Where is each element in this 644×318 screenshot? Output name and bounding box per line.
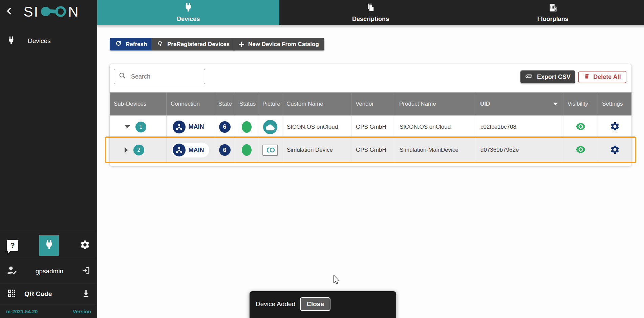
visibility-toggle-button[interactable] bbox=[576, 146, 585, 154]
eye-icon bbox=[576, 146, 585, 154]
column-header-status[interactable]: Status bbox=[235, 92, 258, 115]
sub-device-count-badge: 1 bbox=[135, 122, 146, 132]
uid-cell: c02fce1bc708 bbox=[476, 115, 563, 138]
column-header-custom-name[interactable]: Custom Name bbox=[282, 92, 351, 115]
version-label: Version bbox=[73, 309, 91, 314]
refresh-button[interactable]: Refresh bbox=[110, 38, 152, 50]
device-hub-icon bbox=[173, 121, 186, 133]
chevron-left-icon bbox=[5, 6, 14, 17]
plug-icon bbox=[7, 36, 15, 46]
gear-icon bbox=[610, 121, 620, 132]
column-header-vendor[interactable]: Vendor bbox=[351, 92, 395, 115]
column-header-sub-devices[interactable]: Sub-Devices bbox=[110, 92, 167, 115]
sicon-logo: SI N bbox=[18, 3, 85, 21]
top-tab-bar: Devices Descriptions bbox=[97, 0, 644, 25]
device-settings-button[interactable] bbox=[610, 121, 620, 132]
download-icon bbox=[82, 289, 90, 299]
device-settings-button[interactable] bbox=[610, 145, 620, 156]
picture-cell bbox=[258, 138, 282, 162]
collapse-row-icon[interactable] bbox=[125, 125, 130, 128]
visibility-cell bbox=[563, 115, 598, 138]
toast-notification: Device Added Close bbox=[250, 291, 396, 318]
status-online-dot bbox=[242, 121, 252, 133]
preregistered-devices-button[interactable]: PreRegistered Devices bbox=[151, 38, 235, 50]
new-device-label: New Device From Catalog bbox=[248, 41, 319, 48]
settings-button[interactable] bbox=[80, 239, 90, 252]
column-header-connection[interactable]: Connection bbox=[167, 92, 214, 115]
sidebar: SI N Devices ? bbox=[0, 0, 97, 318]
connection-pill: MAIN bbox=[172, 143, 209, 157]
tab-descriptions[interactable]: Descriptions bbox=[279, 0, 461, 25]
sort-descending-icon bbox=[553, 103, 558, 105]
logout-icon bbox=[81, 266, 90, 276]
product-name-cell: SICON.OS onCloud bbox=[395, 115, 476, 138]
username-label: gpsadmin bbox=[36, 268, 63, 275]
gear-icon bbox=[610, 145, 620, 156]
column-header-product-name[interactable]: Product Name bbox=[395, 92, 476, 115]
export-csv-button[interactable]: Export CSV bbox=[520, 70, 575, 83]
tab-devices[interactable]: Devices bbox=[97, 0, 279, 25]
devices-active-button[interactable] bbox=[39, 235, 59, 256]
preregistered-label: PreRegistered Devices bbox=[167, 41, 230, 48]
sicon-cloud-logo bbox=[263, 120, 277, 134]
column-header-settings[interactable]: Settings bbox=[598, 92, 631, 115]
new-device-from-catalog-button[interactable]: New Device From Catalog bbox=[233, 38, 324, 50]
delete-all-button[interactable]: Delete All bbox=[578, 71, 626, 83]
simulation-device-logo bbox=[262, 145, 278, 156]
search-input[interactable] bbox=[130, 73, 200, 81]
column-header-picture[interactable]: Picture bbox=[258, 92, 282, 115]
delete-all-label: Delete All bbox=[593, 73, 621, 81]
toast-message: Device Added bbox=[256, 297, 295, 308]
plug-icon bbox=[44, 240, 54, 251]
connection-label: MAIN bbox=[189, 147, 204, 154]
export-csv-label: Export CSV bbox=[537, 73, 571, 81]
column-header-visibility[interactable]: Visibility bbox=[563, 92, 598, 115]
device-hub-icon bbox=[173, 144, 186, 156]
qr-code-icon bbox=[7, 289, 16, 299]
trash-icon bbox=[584, 73, 590, 81]
tab-label: Descriptions bbox=[352, 16, 389, 23]
state-badge: 6 bbox=[219, 144, 231, 156]
custom-name-cell: Simulation Device bbox=[282, 138, 351, 162]
visibility-toggle-button[interactable] bbox=[576, 123, 585, 131]
sub-device-count-badge: 2 bbox=[133, 145, 144, 155]
column-header-state[interactable]: State bbox=[214, 92, 235, 115]
app-screen: SI N Devices ? bbox=[0, 0, 644, 318]
download-qr-button[interactable] bbox=[82, 289, 90, 299]
qr-group[interactable]: QR Code bbox=[7, 289, 52, 299]
device-list-card: Export CSV Delete All Sub-Devices Connec… bbox=[110, 64, 631, 166]
toast-close-button[interactable]: Close bbox=[300, 297, 330, 311]
sidebar-item-devices[interactable]: Devices bbox=[0, 33, 97, 49]
visibility-cell bbox=[563, 138, 598, 162]
sub-devices-cell: 2 bbox=[110, 138, 167, 162]
refresh-icon bbox=[115, 40, 122, 48]
vendor-cell: GPS GmbH bbox=[351, 138, 395, 162]
expand-row-icon[interactable] bbox=[125, 147, 128, 153]
status-online-dot bbox=[242, 144, 252, 156]
column-header-uid[interactable]: UID bbox=[476, 92, 563, 115]
plug-icon bbox=[184, 3, 193, 14]
help-button[interactable]: ? bbox=[7, 240, 18, 251]
uid-cell: d07369b7962e bbox=[476, 138, 563, 162]
sidebar-version-row: m-2021.54.20 Version bbox=[0, 304, 97, 318]
eye-icon bbox=[576, 123, 585, 131]
gear-icon bbox=[80, 239, 90, 252]
mouse-cursor bbox=[332, 274, 341, 287]
connection-label: MAIN bbox=[189, 123, 204, 130]
device-row-simulation-device[interactable]: 2 MAIN 6 bbox=[110, 138, 631, 162]
qr-code-label: QR Code bbox=[24, 290, 52, 298]
device-row-sicon-os-oncloud[interactable]: 1 MAIN 6 SICON.OS onCl bbox=[110, 115, 631, 138]
search-box[interactable] bbox=[114, 69, 205, 84]
documents-icon bbox=[366, 3, 375, 14]
picture-cell bbox=[258, 115, 282, 138]
refresh-label: Refresh bbox=[126, 41, 147, 48]
logo-text-right: N bbox=[68, 5, 79, 19]
product-name-cell: Simulation-MainDevice bbox=[395, 138, 476, 162]
tab-label: Floorplans bbox=[537, 16, 568, 23]
tabbar-shadow bbox=[97, 25, 644, 28]
tab-floorplans[interactable]: Floorplans bbox=[462, 0, 644, 25]
logout-button[interactable] bbox=[81, 266, 90, 276]
uid-header-label: UID bbox=[480, 101, 490, 107]
collapse-sidebar-button[interactable] bbox=[4, 6, 15, 17]
paperclip-icon bbox=[525, 73, 533, 81]
